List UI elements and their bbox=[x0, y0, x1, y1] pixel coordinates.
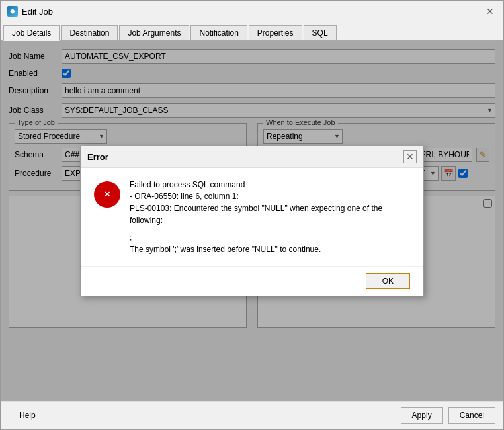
error-message: Failed to process SQL command - ORA-0655… bbox=[130, 179, 410, 255]
modal-body: ✕ Failed to process SQL command - ORA-06… bbox=[81, 168, 423, 266]
app-icon-inner bbox=[10, 9, 15, 14]
footer-right: Apply Cancel bbox=[401, 407, 495, 424]
titlebar: Edit Job ✕ bbox=[1, 1, 503, 22]
error-line4: ; bbox=[130, 232, 410, 243]
tab-job-details[interactable]: Job Details bbox=[3, 25, 60, 41]
error-line2: - ORA-06550: line 6, column 1: bbox=[130, 191, 410, 202]
help-button[interactable]: Help bbox=[9, 407, 46, 424]
error-line3: PLS-00103: Encountered the symbol "NULL"… bbox=[130, 202, 410, 226]
tab-sql[interactable]: SQL bbox=[304, 25, 337, 40]
titlebar-left: Edit Job bbox=[7, 6, 53, 17]
tab-destination[interactable]: Destination bbox=[61, 25, 118, 40]
error-modal: Error ✕ ✕ Failed to process SQL command … bbox=[80, 146, 424, 296]
tab-notification[interactable]: Notification bbox=[190, 25, 247, 40]
main-content: Job Name Enabled Description Job Class S… bbox=[1, 41, 503, 401]
ok-button[interactable]: OK bbox=[366, 273, 410, 289]
modal-titlebar: Error ✕ bbox=[81, 146, 423, 168]
footer-left: Help bbox=[9, 407, 46, 424]
modal-close-button[interactable]: ✕ bbox=[403, 150, 417, 163]
error-line5: The symbol ';' was inserted before "NULL… bbox=[130, 243, 410, 255]
error-modal-overlay: Error ✕ ✕ Failed to process SQL command … bbox=[1, 41, 503, 401]
error-icon: ✕ bbox=[94, 181, 120, 208]
cancel-button[interactable]: Cancel bbox=[448, 407, 495, 424]
modal-title: Error bbox=[87, 152, 108, 162]
close-button[interactable]: ✕ bbox=[483, 5, 497, 18]
tab-bar: Job Details Destination Job Arguments No… bbox=[1, 22, 503, 41]
tab-properties[interactable]: Properties bbox=[249, 25, 302, 40]
footer: Help Apply Cancel bbox=[1, 401, 503, 429]
error-x-icon: ✕ bbox=[104, 190, 110, 199]
apply-button[interactable]: Apply bbox=[401, 407, 443, 424]
modal-footer: OK bbox=[81, 266, 423, 296]
tab-job-arguments[interactable]: Job Arguments bbox=[119, 25, 189, 40]
window-title: Edit Job bbox=[22, 7, 53, 17]
app-icon bbox=[7, 6, 18, 17]
main-window: Edit Job ✕ Job Details Destination Job A… bbox=[0, 0, 504, 430]
error-line1: Failed to process SQL command bbox=[130, 179, 410, 191]
